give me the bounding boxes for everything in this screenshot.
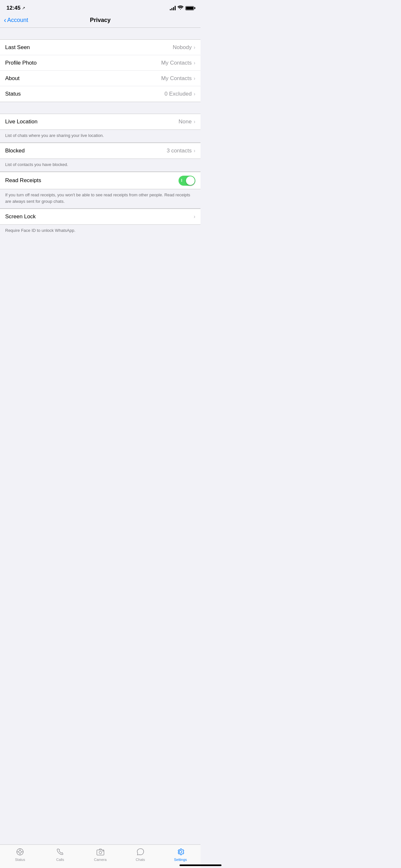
toggle-on-label: I bbox=[181, 178, 182, 183]
chevron-right-icon: › bbox=[194, 91, 195, 97]
live-location-desc-text: List of chats where you are sharing your… bbox=[5, 133, 104, 138]
live-location-description: List of chats where you are sharing your… bbox=[0, 130, 201, 143]
last-seen-value: Nobody bbox=[173, 44, 192, 51]
screen-lock-group: Screen Lock › bbox=[0, 209, 201, 225]
chevron-right-icon: › bbox=[194, 148, 195, 154]
status-bar: 12:45 ↗ bbox=[0, 0, 201, 14]
blocked-section: Blocked 3 contacts › List of contacts yo… bbox=[0, 143, 201, 172]
blocked-desc-text: List of contacts you have blocked. bbox=[5, 162, 68, 167]
chevron-left-icon: ‹ bbox=[4, 17, 6, 24]
signal-icon bbox=[170, 6, 176, 10]
read-receipts-group: Read Receipts I bbox=[0, 172, 201, 189]
main-content: Last Seen Nobody › Profile Photo My Cont… bbox=[0, 28, 201, 270]
read-receipts-label: Read Receipts bbox=[5, 177, 41, 184]
blocked-value: 3 contacts bbox=[166, 148, 192, 154]
last-seen-right: Nobody › bbox=[173, 44, 195, 51]
chevron-right-icon: › bbox=[194, 44, 195, 51]
chevron-right-icon: › bbox=[194, 75, 195, 82]
blocked-row[interactable]: Blocked 3 contacts › bbox=[0, 143, 201, 159]
read-receipts-desc-text: If you turn off read receipts, you won't… bbox=[5, 192, 190, 204]
status-icons bbox=[170, 5, 194, 11]
last-seen-row[interactable]: Last Seen Nobody › bbox=[0, 40, 201, 55]
blocked-description: List of contacts you have blocked. bbox=[0, 159, 201, 172]
about-row[interactable]: About My Contacts › bbox=[0, 71, 201, 86]
status-value: 0 Excluded bbox=[165, 91, 192, 97]
battery-icon bbox=[185, 6, 194, 10]
profile-photo-label: Profile Photo bbox=[5, 60, 36, 66]
screen-lock-section: Screen Lock › Require Face ID to unlock … bbox=[0, 209, 201, 237]
nav-bar: ‹ Account Privacy bbox=[0, 14, 201, 28]
live-location-value: None bbox=[179, 119, 192, 125]
about-label: About bbox=[5, 75, 19, 82]
chevron-right-icon: › bbox=[194, 119, 195, 125]
live-location-group: Live Location None › bbox=[0, 114, 201, 130]
read-receipts-description: If you turn off read receipts, you won't… bbox=[0, 189, 201, 208]
last-seen-label: Last Seen bbox=[5, 44, 30, 51]
about-right: My Contacts › bbox=[161, 75, 195, 82]
screen-lock-description: Require Face ID to unlock WhatsApp. bbox=[0, 225, 201, 237]
chevron-right-icon: › bbox=[194, 60, 195, 66]
live-location-right: None › bbox=[179, 119, 195, 125]
section-gap-1 bbox=[0, 28, 201, 39]
read-receipts-toggle[interactable]: I bbox=[179, 176, 195, 186]
read-receipts-row: Read Receipts I bbox=[0, 172, 201, 189]
status-label: Status bbox=[5, 91, 21, 97]
page-title: Privacy bbox=[90, 17, 111, 24]
live-location-label: Live Location bbox=[5, 119, 37, 125]
screen-lock-right: › bbox=[194, 214, 195, 220]
blocked-right: 3 contacts › bbox=[166, 148, 195, 154]
live-location-section: Live Location None › List of chats where… bbox=[0, 114, 201, 143]
read-receipts-section: Read Receipts I If you turn off read rec… bbox=[0, 172, 201, 208]
profile-photo-row[interactable]: Profile Photo My Contacts › bbox=[0, 55, 201, 71]
status-row[interactable]: Status 0 Excluded › bbox=[0, 86, 201, 102]
profile-photo-right: My Contacts › bbox=[161, 60, 195, 66]
screen-lock-row[interactable]: Screen Lock › bbox=[0, 209, 201, 224]
screen-lock-desc-text: Require Face ID to unlock WhatsApp. bbox=[5, 228, 75, 233]
blocked-label: Blocked bbox=[5, 148, 25, 154]
profile-photo-value: My Contacts bbox=[161, 60, 191, 66]
chevron-right-icon: › bbox=[194, 214, 195, 220]
who-can-see-section: Last Seen Nobody › Profile Photo My Cont… bbox=[0, 39, 201, 102]
wifi-icon bbox=[178, 5, 183, 11]
toggle-thumb bbox=[186, 176, 195, 185]
section-gap-2 bbox=[0, 102, 201, 114]
status-time: 12:45 bbox=[6, 5, 20, 11]
live-location-row[interactable]: Live Location None › bbox=[0, 114, 201, 129]
back-button[interactable]: ‹ Account bbox=[4, 17, 28, 24]
blocked-group: Blocked 3 contacts › bbox=[0, 143, 201, 159]
location-arrow-icon: ↗ bbox=[22, 6, 25, 10]
status-right: 0 Excluded › bbox=[165, 91, 195, 97]
screen-lock-label: Screen Lock bbox=[5, 213, 36, 220]
about-value: My Contacts bbox=[161, 75, 191, 82]
back-label: Account bbox=[7, 17, 28, 24]
